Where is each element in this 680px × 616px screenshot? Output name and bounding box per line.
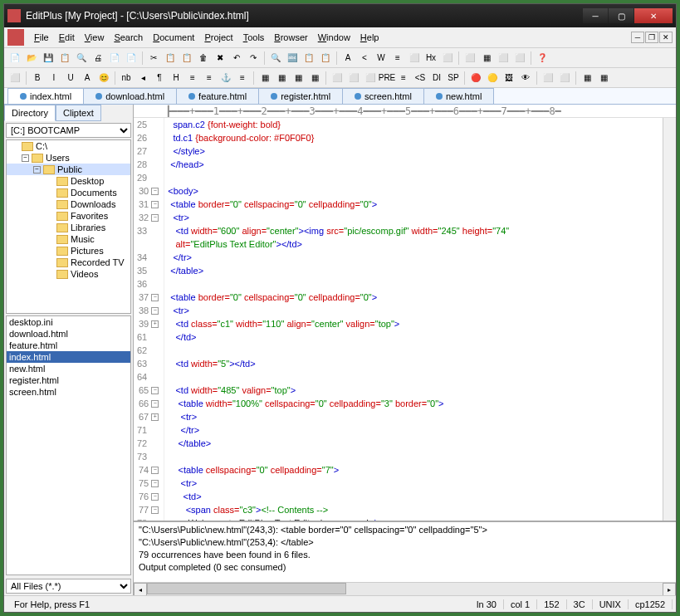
tab-screen.html[interactable]: screen.html (342, 88, 424, 104)
tb2-btn-25[interactable]: PRE (379, 71, 394, 86)
tb1-btn-23[interactable]: < (357, 51, 372, 66)
tb1-btn-18[interactable]: 🔤 (285, 51, 300, 66)
tb1-btn-1[interactable]: 📂 (24, 51, 39, 66)
fold-icon[interactable]: − (151, 201, 159, 208)
tb2-btn-8[interactable]: nb (119, 71, 134, 86)
tb2-btn-40[interactable]: ▦ (596, 71, 611, 86)
menu-browser[interactable]: Browser (269, 31, 312, 44)
fold-icon[interactable]: − (151, 188, 159, 195)
tb1-btn-35[interactable]: ❓ (535, 51, 550, 66)
tb1-btn-27[interactable]: Hx (423, 51, 438, 66)
titlebar[interactable]: EditPlus [My Project] - [C:\Users\Public… (4, 4, 676, 27)
fold-icon[interactable]: − (151, 493, 159, 501)
file-item[interactable]: desktop.ini (7, 316, 130, 328)
tb2-btn-24[interactable]: ⬜ (363, 71, 378, 86)
tb2-btn-26[interactable]: ≡ (396, 71, 411, 86)
tb2-btn-13[interactable]: ≡ (202, 71, 217, 86)
tb1-btn-12[interactable]: 🗑 (196, 51, 211, 66)
tb2-btn-32[interactable]: 🟡 (485, 71, 500, 86)
tb2-btn-11[interactable]: H (169, 71, 183, 86)
tb1-btn-15[interactable]: ↷ (246, 51, 261, 66)
tb1-btn-32[interactable]: ⬜ (496, 51, 511, 66)
fold-icon[interactable]: + (151, 320, 159, 328)
fold-icon[interactable]: − (151, 307, 159, 315)
file-filter[interactable]: All Files (*.*) (6, 579, 131, 594)
tb1-btn-30[interactable]: ⬜ (462, 51, 477, 66)
menu-file[interactable]: File (29, 31, 54, 44)
fold-icon[interactable]: − (151, 387, 159, 394)
tb2-btn-4[interactable]: U (63, 71, 78, 86)
side-tab-cliptext[interactable]: Cliptext (56, 105, 101, 121)
tb2-btn-29[interactable]: SP (446, 71, 461, 86)
tb2-btn-18[interactable]: ▦ (274, 71, 289, 86)
tb1-btn-7[interactable]: 📄 (124, 51, 139, 66)
app-menu-icon[interactable] (7, 29, 24, 46)
fold-icon[interactable]: − (151, 506, 159, 514)
tb1-btn-31[interactable]: ▦ (479, 51, 494, 66)
tb1-btn-5[interactable]: 🖨 (91, 51, 105, 66)
tb2-btn-36[interactable]: ⬜ (541, 71, 555, 86)
menu-help[interactable]: Help (355, 31, 384, 44)
horizontal-scrollbar[interactable]: ◂ ▸ (134, 582, 676, 595)
tb1-btn-26[interactable]: ⬜ (407, 51, 422, 66)
tb1-btn-20[interactable]: 📋 (318, 51, 333, 66)
tree-item[interactable]: Libraries (7, 222, 130, 233)
tb2-btn-3[interactable]: I (46, 71, 61, 86)
tab-download.html[interactable]: download.html (83, 88, 177, 104)
file-item[interactable]: download.html (7, 328, 130, 340)
close-button[interactable]: ✕ (634, 8, 673, 23)
scroll-right-button[interactable]: ▸ (663, 583, 676, 595)
file-item[interactable]: index.html (7, 351, 130, 363)
tb1-btn-0[interactable]: 📄 (7, 51, 22, 66)
menu-window[interactable]: Window (313, 31, 355, 44)
tb1-btn-10[interactable]: 📋 (163, 51, 178, 66)
tb1-btn-24[interactable]: W (374, 51, 389, 66)
vertical-scrollbar[interactable] (663, 118, 676, 521)
tab-index.html[interactable]: index.html (7, 88, 84, 104)
tree-item[interactable]: −Public (7, 164, 130, 175)
tb2-btn-31[interactable]: 🔴 (468, 71, 483, 86)
fold-icon[interactable]: − (151, 400, 159, 408)
tree-item[interactable]: Videos (7, 268, 130, 280)
tb2-btn-39[interactable]: ▦ (580, 71, 594, 86)
tb2-btn-10[interactable]: ¶ (152, 71, 167, 86)
drive-select[interactable]: [C:] BOOTCAMP (6, 123, 131, 138)
tb2-btn-14[interactable]: ⚓ (218, 71, 233, 86)
tb2-btn-34[interactable]: 👁 (518, 71, 533, 86)
tb2-btn-33[interactable]: 🖼 (501, 71, 516, 86)
fold-icon[interactable]: − (151, 294, 159, 301)
tab-feature.html[interactable]: feature.html (176, 88, 259, 104)
tb2-btn-28[interactable]: DI (429, 71, 444, 86)
menu-project[interactable]: Project (199, 31, 237, 44)
tree-item[interactable]: C:\ (7, 140, 130, 152)
mdi-minimize-button[interactable]: ─ (631, 32, 644, 43)
tb1-btn-14[interactable]: ↶ (229, 51, 244, 66)
output-panel[interactable]: "C:\Users\Public\new.html"(243,3): <tabl… (134, 521, 676, 582)
tb1-btn-33[interactable]: ⬜ (512, 51, 527, 66)
tb1-btn-2[interactable]: 💾 (41, 51, 56, 66)
menu-edit[interactable]: Edit (54, 31, 80, 44)
tab-new.html[interactable]: new.html (423, 88, 494, 104)
tb1-btn-11[interactable]: 📋 (179, 51, 194, 66)
tb1-btn-3[interactable]: 📋 (57, 51, 72, 66)
tb2-btn-23[interactable]: ⬜ (346, 71, 361, 86)
tb1-btn-19[interactable]: 📋 (301, 51, 316, 66)
minimize-button[interactable]: ─ (583, 8, 608, 23)
menu-view[interactable]: View (80, 31, 110, 44)
tb2-btn-20[interactable]: ▦ (307, 71, 322, 86)
line-gutter[interactable]: 252627282930−31−32−3334353637−38−39+6162… (134, 118, 164, 521)
menu-document[interactable]: Document (148, 31, 199, 44)
tb1-btn-13[interactable]: ✖ (213, 51, 227, 66)
tb2-btn-19[interactable]: ▦ (291, 71, 306, 86)
tree-item[interactable]: Favorites (7, 210, 130, 222)
tree-item[interactable]: Music (7, 233, 130, 245)
file-item[interactable]: screen.html (7, 386, 130, 398)
mdi-close-button[interactable]: ✕ (659, 32, 673, 43)
tb2-btn-22[interactable]: ⬜ (330, 71, 345, 86)
tb2-btn-37[interactable]: ⬜ (557, 71, 572, 86)
file-item[interactable]: feature.html (7, 340, 130, 351)
fold-icon[interactable]: + (151, 413, 159, 421)
scroll-left-button[interactable]: ◂ (134, 583, 147, 595)
tb2-btn-2[interactable]: B (30, 71, 45, 86)
tb2-btn-17[interactable]: ▦ (257, 71, 272, 86)
